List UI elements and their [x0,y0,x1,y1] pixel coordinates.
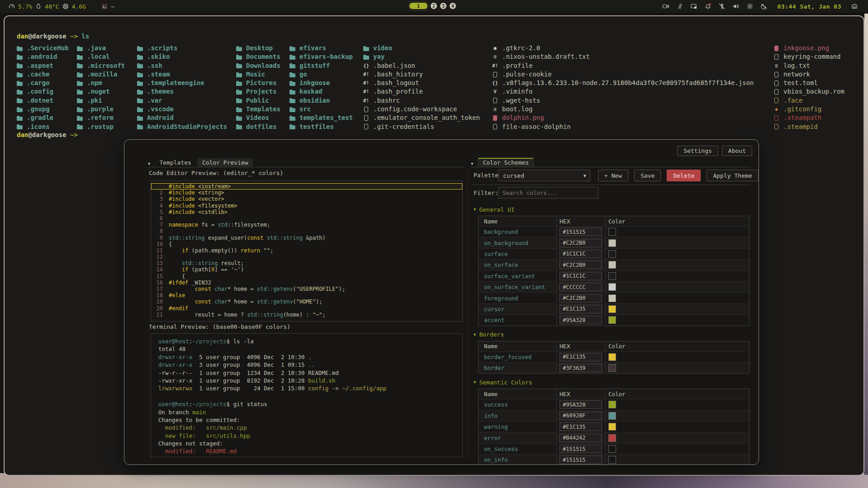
tab-templates[interactable]: Templates [155,158,195,167]
workspace-3[interactable]: 3 [440,3,446,9]
hex-value-input[interactable] [560,434,602,442]
night-light-off-icon[interactable] [760,3,768,10]
color-swatch[interactable] [608,412,616,420]
color-swatch[interactable] [608,423,616,431]
screenshot-lock-icon[interactable] [690,3,697,10]
about-button[interactable]: About [722,146,752,156]
filter-search-input[interactable] [498,187,598,199]
color-swatch[interactable] [608,364,616,372]
color-swatch[interactable] [608,316,616,324]
color-row[interactable]: accent [479,314,749,325]
bluetooth-off-icon[interactable] [718,3,726,10]
file-name: .npm [87,79,102,87]
workspace-2[interactable]: 2 [431,3,437,9]
color-swatch[interactable] [608,456,616,464]
hex-value-input[interactable] [560,316,602,324]
color-row[interactable]: success [479,399,749,410]
color-swatch[interactable] [608,283,616,291]
prompt-user: dan [17,131,28,138]
pane-divider[interactable] [467,169,468,458]
color-swatch[interactable] [608,401,616,408]
hex-value-input[interactable] [560,305,602,313]
color-row[interactable]: on_background [479,237,749,248]
color-row[interactable]: on_info [479,454,749,465]
color-row[interactable]: foreground [479,292,749,303]
hex-value-input[interactable] [560,239,602,247]
hex-value-input[interactable] [560,272,602,280]
color-row[interactable]: border_focused [479,351,749,362]
color-swatch[interactable] [608,434,616,442]
section-header[interactable]: ▼Borders [474,331,749,338]
hex-cell [556,227,605,237]
color-row[interactable]: on_success [479,443,749,454]
color-swatch[interactable] [608,305,616,313]
color-row[interactable]: border [479,362,749,373]
color-row[interactable]: warning [479,421,749,432]
color-row[interactable]: surface [479,248,749,259]
hex-value-input[interactable] [560,400,602,409]
hex-value-input[interactable] [560,353,602,361]
save-button[interactable]: Save [634,170,661,181]
tab-color-schemes[interactable]: Color Schemes [478,158,534,167]
color-swatch[interactable] [608,250,616,258]
settings-button[interactable]: Settings [677,146,718,156]
color-swatch[interactable] [608,294,616,302]
file-name: .config.code-workspace [373,105,457,114]
hex-value-input[interactable] [560,455,602,464]
hex-value-input[interactable] [560,412,602,420]
workspace-1[interactable]: 1 [409,3,427,9]
file-name: efivars-backup [299,52,353,61]
collapse-arrow-icon[interactable]: ▼ [148,161,150,166]
hex-value-input[interactable] [560,227,602,236]
file-entry: .cargo [17,79,69,87]
color-swatch[interactable] [608,353,616,361]
color-row[interactable]: on_surface_variant [479,281,749,292]
hex-value-input[interactable] [560,445,602,453]
tray-app-icon[interactable] [851,3,858,10]
terminal-token: $ git status [227,401,267,407]
hex-value-input[interactable] [560,250,602,258]
color-row[interactable]: error [479,432,749,443]
color-swatch[interactable] [608,261,616,269]
apply-theme-button[interactable]: Apply Theme [707,170,758,181]
delete-button[interactable]: Delete [667,170,701,181]
section-header[interactable]: ▼Semantic Colors [474,379,749,386]
file-name: .cargo [27,79,50,87]
hex-value-input[interactable] [560,261,602,269]
prompt-user: dan [17,33,28,40]
code-editor-preview[interactable]: #include <iostream>2#include <string>3#i… [151,180,463,322]
wallpaper-right-strip [864,14,868,475]
palette-dropdown[interactable]: cursed ▼ [498,170,590,181]
color-swatch[interactable] [608,272,616,280]
terminal-token: .. [308,361,315,368]
color-row[interactable]: cursor [479,303,749,314]
color-row[interactable]: surface_variant [479,270,749,281]
color-swatch[interactable] [608,445,616,453]
code-text: { [169,241,172,247]
hex-value-input[interactable] [560,364,602,372]
workspace-4[interactable]: 4 [450,3,456,9]
code-token: ); [316,298,322,305]
file-icon [363,107,369,112]
volume-icon[interactable] [732,3,740,10]
hex-value-input[interactable] [560,283,602,291]
tab-color-preview[interactable]: Color Preview [198,158,253,167]
hex-value-input[interactable] [560,422,602,431]
color-row[interactable]: on_surface [479,259,749,270]
hex-value-input[interactable] [560,294,602,303]
color-row[interactable]: background [479,226,749,237]
pen-icon[interactable] [676,3,683,10]
color-name: on_surface [479,261,556,268]
bell-notification-icon[interactable] [704,3,711,10]
file-entry: gitstuff [289,62,353,70]
file-entry: V.viminfo [492,87,754,96]
new-button[interactable]: + New [598,170,628,181]
color-swatch[interactable] [608,228,616,236]
brightness-icon[interactable] [746,3,754,10]
color-row[interactable]: info [479,410,749,421]
screencast-icon[interactable] [662,3,669,10]
color-swatch[interactable] [608,239,616,247]
collapse-arrow-icon[interactable]: ▼ [471,161,473,166]
section-header[interactable]: ▼General UI [474,206,749,213]
code-line: 15 { [151,273,462,280]
